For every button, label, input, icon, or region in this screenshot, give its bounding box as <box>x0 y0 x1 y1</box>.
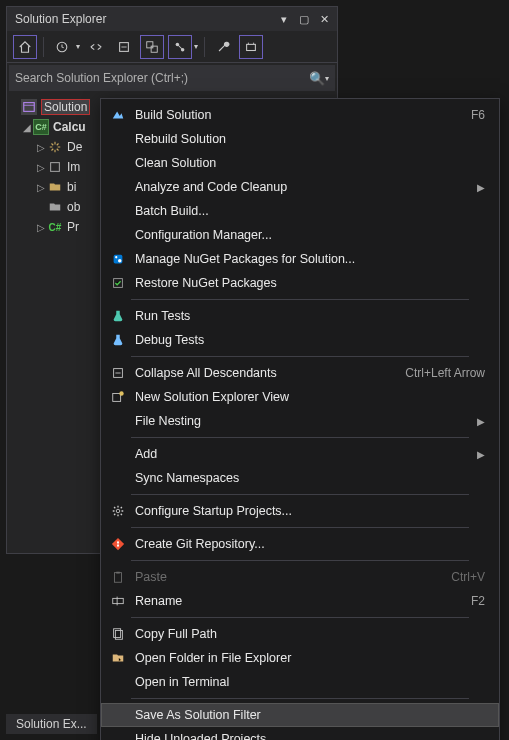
menu-item-rebuild-solution[interactable]: Rebuild Solution <box>101 127 499 151</box>
menu-item-label: Batch Build... <box>129 204 485 218</box>
menu-item-label: Paste <box>129 570 451 584</box>
preview-icon[interactable] <box>239 35 263 59</box>
blank-icon <box>107 179 129 195</box>
menu-item-label: Build Solution <box>129 108 471 122</box>
menu-item-label: Analyze and Code Cleanup <box>129 180 477 194</box>
menu-item-file-nesting[interactable]: File Nesting▶ <box>101 409 499 433</box>
menu-item-batch-build[interactable]: Batch Build... <box>101 199 499 223</box>
window-buttons: ▾ ▢ ✕ <box>275 10 333 28</box>
menu-item-label: File Nesting <box>129 414 477 428</box>
menu-separator <box>131 527 469 528</box>
chevron-down-icon[interactable]: ▾ <box>76 42 80 51</box>
collapse-icon[interactable] <box>112 35 136 59</box>
menu-item-create-git-repository[interactable]: Create Git Repository... <box>101 532 499 556</box>
toolbar-separator <box>204 37 205 57</box>
blank-icon <box>107 470 129 486</box>
submenu-arrow-icon: ▶ <box>477 182 485 193</box>
panel-title: Solution Explorer <box>11 12 275 26</box>
search-input[interactable]: Search Solution Explorer (Ctrl+;) 🔍 ▾ <box>9 65 335 91</box>
toolbar-separator <box>43 37 44 57</box>
expand-arrow-icon[interactable]: ▷ <box>35 222 47 233</box>
menu-item-collapse-all-descendants[interactable]: Collapse All DescendantsCtrl+Left Arrow <box>101 361 499 385</box>
history-back-icon[interactable] <box>50 35 74 59</box>
blank-icon <box>107 155 129 171</box>
menu-item-build-solution[interactable]: Build SolutionF6 <box>101 103 499 127</box>
svg-rect-6 <box>247 44 256 50</box>
menu-item-analyze-and-code-cleanup[interactable]: Analyze and Code Cleanup▶ <box>101 175 499 199</box>
svg-rect-9 <box>114 255 123 264</box>
menu-item-label: Configure Startup Projects... <box>129 504 485 518</box>
expand-arrow-icon[interactable]: ◢ <box>21 122 33 133</box>
menu-item-label: Rename <box>129 594 471 608</box>
svg-rect-7 <box>24 103 35 112</box>
show-all-icon[interactable] <box>140 35 164 59</box>
menu-item-rename[interactable]: RenameF2 <box>101 589 499 613</box>
connect-icon[interactable] <box>168 35 192 59</box>
panel-title-bar: Solution Explorer ▾ ▢ ✕ <box>7 7 337 31</box>
wrench-icon[interactable] <box>211 35 235 59</box>
menu-item-configuration-manager[interactable]: Configuration Manager... <box>101 223 499 247</box>
menu-item-manage-nuget-packages-for-solution[interactable]: Manage NuGet Packages for Solution... <box>101 247 499 271</box>
menu-shortcut: F6 <box>471 108 485 122</box>
menu-item-open-in-terminal[interactable]: Open in Terminal <box>101 670 499 694</box>
menu-item-label: Create Git Repository... <box>129 537 485 551</box>
home-icon[interactable] <box>13 35 37 59</box>
menu-item-hide-unloaded-projects[interactable]: Hide Unloaded Projects <box>101 727 499 740</box>
menu-item-label: New Solution Explorer View <box>129 390 485 404</box>
tree-label: De <box>67 140 82 154</box>
tree-label: Calcu <box>53 120 86 134</box>
menu-item-restore-nuget-packages[interactable]: Restore NuGet Packages <box>101 271 499 295</box>
menu-separator <box>131 299 469 300</box>
chevron-down-icon[interactable]: ▾ <box>194 42 198 51</box>
menu-item-clean-solution[interactable]: Clean Solution <box>101 151 499 175</box>
menu-item-copy-full-path[interactable]: Copy Full Path <box>101 622 499 646</box>
menu-item-label: Manage NuGet Packages for Solution... <box>129 252 485 266</box>
menu-item-label: Save As Solution Filter <box>129 708 485 722</box>
menu-item-label: Copy Full Path <box>129 627 485 641</box>
panel-footer-tab[interactable]: Solution Ex... <box>6 714 97 734</box>
menu-separator <box>131 437 469 438</box>
svg-point-16 <box>116 509 120 513</box>
submenu-arrow-icon: ▶ <box>477 449 485 460</box>
maximize-icon[interactable]: ▢ <box>295 10 313 28</box>
menu-item-save-as-solution-filter[interactable]: Save As Solution Filter <box>101 703 499 727</box>
tree-item-icon <box>47 159 63 175</box>
copypath-icon <box>107 626 129 642</box>
menu-shortcut: Ctrl+Left Arrow <box>405 366 485 380</box>
menu-item-open-folder-in-file-explorer[interactable]: Open Folder in File Explorer <box>101 646 499 670</box>
svg-point-11 <box>118 259 122 263</box>
menu-item-sync-namespaces[interactable]: Sync Namespaces <box>101 466 499 490</box>
expand-arrow-icon[interactable]: ▷ <box>35 162 47 173</box>
tree-item-icon <box>47 179 63 195</box>
menu-item-label: Debug Tests <box>129 333 485 347</box>
close-icon[interactable]: ✕ <box>315 10 333 28</box>
menu-item-debug-tests[interactable]: Debug Tests <box>101 328 499 352</box>
sync-icon[interactable] <box>84 35 108 59</box>
svg-rect-21 <box>113 598 124 603</box>
tree-label: Solution <box>41 99 90 115</box>
rename-icon <box>107 593 129 609</box>
menu-separator <box>131 698 469 699</box>
svg-rect-8 <box>51 163 60 172</box>
svg-rect-2 <box>147 41 153 47</box>
blank-icon <box>107 731 129 740</box>
blank-icon <box>107 131 129 147</box>
menu-separator <box>131 617 469 618</box>
expand-arrow-icon[interactable]: ▷ <box>35 182 47 193</box>
menu-item-label: Run Tests <box>129 309 485 323</box>
menu-item-run-tests[interactable]: Run Tests <box>101 304 499 328</box>
chevron-down-icon[interactable]: ▾ <box>325 74 329 83</box>
menu-item-add[interactable]: Add▶ <box>101 442 499 466</box>
dropdown-icon[interactable]: ▾ <box>275 10 293 28</box>
menu-item-label: Rebuild Solution <box>129 132 485 146</box>
menu-item-new-solution-explorer-view[interactable]: New Solution Explorer View <box>101 385 499 409</box>
folder-icon <box>107 650 129 666</box>
menu-item-configure-startup-projects[interactable]: Configure Startup Projects... <box>101 499 499 523</box>
blank-icon <box>107 203 129 219</box>
nuget-icon <box>107 251 129 267</box>
expand-arrow-icon[interactable]: ▷ <box>35 142 47 153</box>
search-icon: 🔍 <box>309 71 325 86</box>
tree-item-icon <box>47 199 63 215</box>
menu-separator <box>131 560 469 561</box>
collapse-icon <box>107 365 129 381</box>
